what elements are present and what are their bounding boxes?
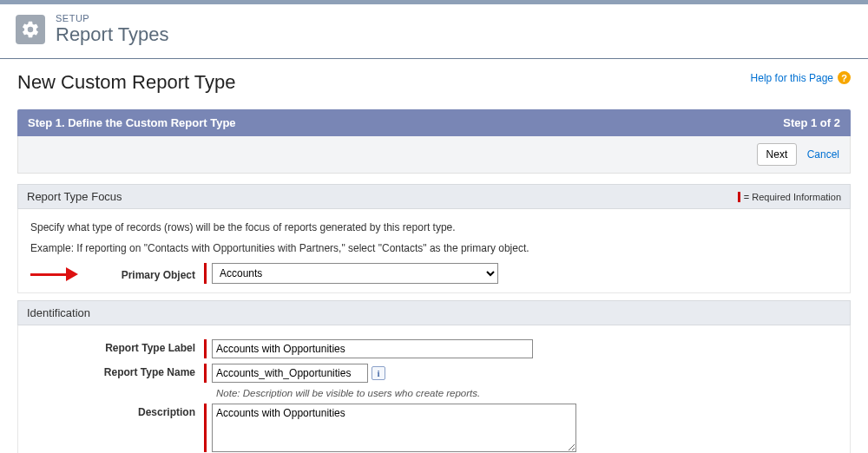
report-type-name-input[interactable] <box>212 364 368 383</box>
step-title: Step 1. Define the Custom Report Type <box>28 116 236 129</box>
required-bar-icon <box>738 192 740 202</box>
page-title: New Custom Report Type <box>17 71 235 94</box>
required-indicator <box>204 263 207 284</box>
description-textarea[interactable] <box>212 404 576 452</box>
required-indicator <box>204 339 207 358</box>
focus-heading: Report Type Focus <box>27 190 122 203</box>
primary-object-label: Primary Object <box>82 266 204 281</box>
required-indicator <box>204 404 207 452</box>
action-bar: Next Cancel <box>17 136 851 174</box>
arrow-icon <box>30 266 78 282</box>
focus-section-header: Report Type Focus = Required Information <box>17 184 851 209</box>
description-label: Description <box>30 404 204 418</box>
help-link[interactable]: Help for this Page ? <box>751 71 851 84</box>
report-type-label-input[interactable] <box>212 339 533 358</box>
gear-icon <box>16 15 45 44</box>
page-section-title: Report Types <box>56 23 168 46</box>
info-icon[interactable]: i <box>372 366 385 380</box>
help-text: Help for this Page <box>751 72 833 84</box>
focus-desc-2: Example: If reporting on "Contacts with … <box>30 242 838 254</box>
help-icon: ? <box>838 71 851 84</box>
identification-heading: Identification <box>27 306 90 319</box>
setup-header: SETUP Report Types <box>0 4 868 59</box>
report-type-name-label: Report Type Name <box>30 364 204 378</box>
primary-object-select[interactable]: Accounts <box>212 263 498 284</box>
description-note: Note: Description will be visible to use… <box>216 388 838 398</box>
cancel-link[interactable]: Cancel <box>807 148 839 161</box>
next-button[interactable]: Next <box>757 143 798 166</box>
required-indicator <box>204 364 207 383</box>
step-progress: Step 1 of 2 <box>783 116 840 129</box>
required-note: = Required Information <box>738 192 841 202</box>
identification-section-header: Identification <box>17 300 851 325</box>
focus-desc-1: Specify what type of records (rows) will… <box>30 221 838 233</box>
setup-eyebrow: SETUP <box>56 13 168 23</box>
report-type-label-label: Report Type Label <box>30 339 204 354</box>
step-bar: Step 1. Define the Custom Report Type St… <box>17 109 851 136</box>
